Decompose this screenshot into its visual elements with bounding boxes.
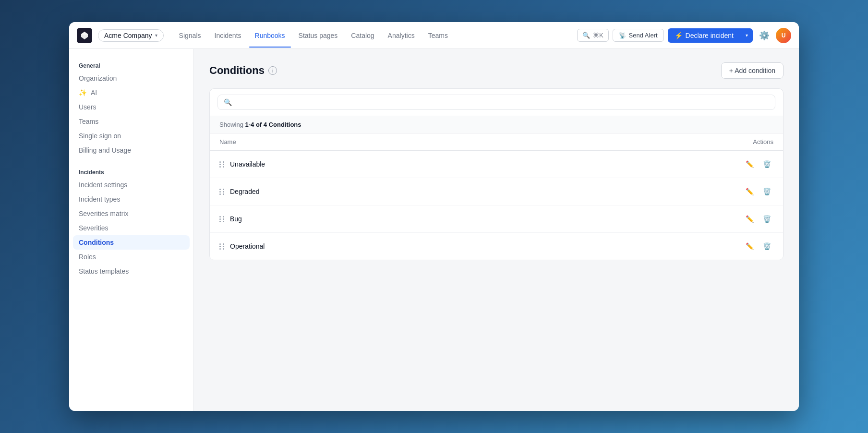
condition-name: Degraded bbox=[230, 188, 260, 195]
nav-item-catalog[interactable]: Catalog bbox=[345, 28, 380, 43]
nav-item-status-pages[interactable]: Status pages bbox=[293, 28, 344, 43]
condition-name: Bug bbox=[230, 215, 242, 223]
conditions-card: 🔍 Showing 1-4 of 4 Conditions Name Actio… bbox=[209, 88, 784, 260]
search-shortcut: ⌘K bbox=[593, 32, 603, 39]
sidebar-item-single-sign-on[interactable]: Single sign on bbox=[69, 129, 193, 143]
avatar-initials: U bbox=[782, 32, 786, 39]
row-left: Degraded bbox=[219, 188, 260, 195]
edit-icon[interactable]: ✏️ bbox=[743, 185, 756, 198]
company-name: Acme Company bbox=[104, 32, 152, 39]
search-icon: 🔍 bbox=[582, 32, 590, 39]
sidebar-item-users[interactable]: Users bbox=[69, 100, 193, 114]
row-actions: ✏️ 🗑️ bbox=[743, 157, 773, 171]
edit-icon[interactable]: ✏️ bbox=[743, 157, 756, 171]
sidebar-item-conditions[interactable]: Conditions bbox=[73, 235, 190, 250]
gear-icon: ⚙️ bbox=[759, 30, 770, 41]
delete-icon[interactable]: 🗑️ bbox=[760, 240, 773, 253]
sidebar-item-ai[interactable]: ✨ AI bbox=[69, 85, 193, 100]
app-window: Acme Company ▾ Signals Incidents Runbook… bbox=[69, 22, 799, 411]
nav-item-signals[interactable]: Signals bbox=[173, 28, 207, 43]
app-body: General Organization ✨ AI Users Teams Si… bbox=[69, 49, 799, 411]
send-alert-button[interactable]: 📡 Send Alert bbox=[613, 29, 664, 42]
delete-icon[interactable]: 🗑️ bbox=[760, 157, 773, 171]
declare-incident-dropdown[interactable]: ▾ bbox=[741, 29, 753, 41]
sidebar-item-organization[interactable]: Organization bbox=[69, 71, 193, 85]
table-row: Operational ✏️ 🗑️ bbox=[210, 233, 783, 260]
nav-item-runbooks[interactable]: Runbooks bbox=[249, 28, 291, 43]
sidebar-item-status-templates[interactable]: Status templates bbox=[69, 264, 193, 278]
condition-name: Operational bbox=[230, 242, 265, 250]
chevron-down-icon: ▾ bbox=[155, 33, 157, 38]
info-icon[interactable]: i bbox=[268, 66, 277, 75]
col-actions-header: Actions bbox=[753, 138, 773, 145]
sidebar-item-severities-matrix[interactable]: Severities matrix bbox=[69, 206, 193, 221]
nav-item-analytics[interactable]: Analytics bbox=[382, 28, 421, 43]
caret-down-icon: ▾ bbox=[746, 33, 748, 38]
table-row: Unavailable ✏️ 🗑️ bbox=[210, 151, 783, 178]
nav-links: Signals Incidents Runbooks Status pages … bbox=[173, 28, 573, 43]
delete-icon[interactable]: 🗑️ bbox=[760, 185, 773, 198]
sidebar-item-teams[interactable]: Teams bbox=[69, 114, 193, 129]
page-title: Conditions bbox=[209, 64, 265, 77]
sidebar-item-billing[interactable]: Billing and Usage bbox=[69, 143, 193, 157]
app-logo bbox=[77, 28, 92, 43]
row-left: Unavailable bbox=[219, 160, 265, 168]
search-button[interactable]: 🔍 ⌘K bbox=[577, 29, 609, 42]
search-bar-icon: 🔍 bbox=[224, 98, 232, 106]
declare-incident-button[interactable]: ⚡ Declare incident ▾ bbox=[668, 28, 753, 43]
edit-icon[interactable]: ✏️ bbox=[743, 240, 756, 253]
avatar[interactable]: U bbox=[776, 28, 791, 43]
sidebar-section-incidents: Incidents bbox=[69, 165, 193, 178]
page-header: Conditions i + Add condition bbox=[209, 62, 784, 79]
sidebar-section-general: General bbox=[69, 59, 193, 71]
condition-name: Unavailable bbox=[230, 160, 265, 168]
company-selector[interactable]: Acme Company ▾ bbox=[98, 29, 164, 42]
search-input[interactable] bbox=[236, 98, 769, 106]
ai-star-icon: ✨ bbox=[79, 89, 87, 96]
lightning-icon: ⚡ bbox=[675, 32, 683, 39]
declare-incident-main[interactable]: ⚡ Declare incident bbox=[668, 28, 740, 43]
sidebar-item-incident-types[interactable]: Incident types bbox=[69, 192, 193, 206]
sidebar-item-severities[interactable]: Severities bbox=[69, 221, 193, 235]
search-bar: 🔍 bbox=[210, 89, 783, 116]
sidebar-item-roles[interactable]: Roles bbox=[69, 250, 193, 264]
showing-text: Showing 1-4 of 4 Conditions bbox=[210, 116, 783, 133]
add-condition-button[interactable]: + Add condition bbox=[721, 62, 784, 79]
edit-icon[interactable]: ✏️ bbox=[743, 212, 756, 226]
row-actions: ✏️ 🗑️ bbox=[743, 212, 773, 226]
showing-range: 1-4 of 4 Conditions bbox=[245, 121, 301, 128]
drag-handle-icon[interactable] bbox=[219, 189, 225, 195]
row-actions: ✏️ 🗑️ bbox=[743, 240, 773, 253]
col-name-header: Name bbox=[219, 138, 236, 145]
delete-icon[interactable]: 🗑️ bbox=[760, 212, 773, 226]
drag-handle-icon[interactable] bbox=[219, 243, 225, 250]
row-left: Bug bbox=[219, 215, 242, 223]
search-input-wrap: 🔍 bbox=[217, 95, 775, 110]
page-title-row: Conditions i bbox=[209, 64, 277, 77]
table-row: Degraded ✏️ 🗑️ bbox=[210, 178, 783, 205]
signal-icon: 📡 bbox=[619, 32, 626, 39]
nav-right: 🔍 ⌘K 📡 Send Alert ⚡ Declare incident ▾ ⚙… bbox=[577, 28, 791, 43]
nav-item-incidents[interactable]: Incidents bbox=[209, 28, 247, 43]
drag-handle-icon[interactable] bbox=[219, 216, 225, 222]
sidebar: General Organization ✨ AI Users Teams Si… bbox=[69, 49, 194, 411]
table-header: Name Actions bbox=[210, 133, 783, 151]
sidebar-item-incident-settings[interactable]: Incident settings bbox=[69, 178, 193, 192]
row-left: Operational bbox=[219, 242, 265, 250]
top-navigation: Acme Company ▾ Signals Incidents Runbook… bbox=[69, 22, 799, 49]
nav-item-teams[interactable]: Teams bbox=[422, 28, 454, 43]
settings-button[interactable]: ⚙️ bbox=[757, 28, 772, 43]
table-row: Bug ✏️ 🗑️ bbox=[210, 205, 783, 233]
drag-handle-icon[interactable] bbox=[219, 161, 225, 168]
row-actions: ✏️ 🗑️ bbox=[743, 185, 773, 198]
main-content: Conditions i + Add condition 🔍 Sho bbox=[194, 49, 799, 411]
